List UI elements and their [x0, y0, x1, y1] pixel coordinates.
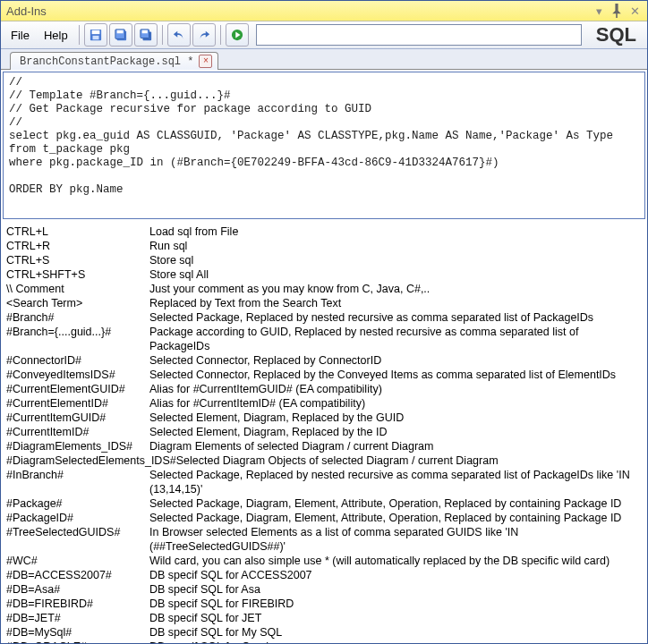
save-button[interactable] [84, 23, 107, 47]
sql-label: SQL [589, 23, 644, 47]
help-row: #CurrentItemID#Selected Element, Diagram… [6, 425, 642, 439]
help-row: #Branch#Selected Package, Replaced by ne… [6, 310, 642, 325]
help-key: CTRL+R [6, 239, 149, 253]
addins-window: Add-Ins ▾ ✕ File Help SQL [0, 0, 648, 644]
help-desc: DB specif SQL for My SQL [149, 625, 642, 640]
help-key: #DiagramElements_IDS# [6, 439, 149, 453]
search-input[interactable] [256, 24, 582, 46]
pin-icon[interactable] [610, 4, 624, 18]
svg-rect-2 [92, 36, 98, 39]
help-key: #DB=MySql# [6, 625, 149, 640]
help-row: #PackageID#Selected Package, Diagram, El… [6, 511, 642, 525]
menu-help[interactable]: Help [38, 26, 74, 45]
window-title: Add-Ins [6, 4, 47, 18]
help-desc: DB specif SQL for Asa [149, 582, 642, 597]
close-icon[interactable]: ✕ [627, 4, 642, 18]
help-key: #CurrentElementID# [6, 396, 149, 411]
help-key: #DB=ACCESS2007# [6, 568, 149, 582]
help-key: #DB=Asa# [6, 582, 149, 597]
svg-rect-1 [91, 30, 99, 34]
help-row: #Branch={....guid...}#Package according … [6, 325, 642, 353]
help-desc: DB specif SQL for JET [149, 611, 642, 625]
tab-label: BranchConstantPackage.sql * [20, 55, 193, 68]
help-row: #DB=ORACLE#DB specif SQL for Oracle [6, 640, 642, 643]
editor-tab[interactable]: BranchConstantPackage.sql * × [10, 52, 218, 70]
help-row: CTRL+SHFT+SStore sql All [6, 267, 642, 282]
help-desc: DB specif SQL for Oracle [149, 640, 642, 643]
help-key: CTRL+SHFT+S [6, 267, 149, 282]
help-key: #PackageID# [6, 511, 149, 525]
close-tab-icon[interactable]: × [199, 55, 212, 68]
help-row: <Search Term>Replaced by Text from the S… [6, 296, 642, 310]
help-key: #Branch={....guid...}# [6, 325, 149, 353]
help-row: #DB=JET#DB specif SQL for JET [6, 611, 642, 625]
help-desc: Selected Diagram Objects of selected Dia… [176, 453, 642, 468]
help-panel: CTRL+LLoad sql from FileCTRL+RRun sqlCTR… [1, 221, 647, 643]
svg-rect-5 [116, 30, 123, 34]
help-desc: Selected Package, Replaced by nested rec… [149, 310, 642, 325]
help-key: CTRL+L [6, 225, 149, 239]
help-row: #CurrentElementID#Alias for #CurrentItem… [6, 396, 642, 411]
help-desc: Wild card, you can also simple use * (wi… [149, 554, 642, 568]
help-row: #CurrentItemGUID#Selected Element, Diagr… [6, 411, 642, 425]
help-key: #Branch# [6, 310, 149, 325]
help-desc: Selected Connector, Replaced by Connecto… [149, 353, 642, 368]
help-row: #Package#Selected Package, Diagram, Elem… [6, 496, 642, 511]
help-row: #DB=FIREBIRD#DB specif SQL for FIREBIRD [6, 597, 642, 611]
help-row: #InBranch#Selected Package, Replaced by … [6, 468, 642, 496]
help-desc: Selected Connector, Replaced by the Conv… [149, 368, 642, 382]
help-key: #ConnectorID# [6, 353, 149, 368]
help-key: #CurrentItemGUID# [6, 411, 149, 425]
help-key: #TreeSelectedGUIDS# [6, 525, 149, 554]
help-key: #Package# [6, 496, 149, 511]
help-desc: Selected Element, Diagram, Replaced by t… [149, 425, 642, 439]
help-desc: Selected Package, Diagram, Element, Attr… [149, 496, 642, 511]
help-row: #DiagramElements_IDS#Diagram Elements of… [6, 439, 642, 453]
help-row: #CurrentElementGUID#Alias for #CurrentIt… [6, 382, 642, 396]
help-desc: Load sql from File [149, 225, 642, 239]
editor-content: // // Template #Branch={...guid...}# // … [9, 76, 613, 196]
help-desc: Selected Package, Diagram, Element, Attr… [149, 511, 642, 525]
help-desc: Store sql [149, 253, 642, 267]
help-desc: Replaced by Text from the Search Text [149, 296, 642, 310]
help-desc: Package according to GUID, Replaced by n… [149, 325, 642, 353]
help-key: #DiagramSelectedElements_IDS# [6, 453, 176, 468]
help-key: \\ Comment [6, 282, 149, 296]
help-row: CTRL+LLoad sql from File [6, 225, 642, 239]
help-key: #WC# [6, 554, 149, 568]
help-row: #ConnectorID#Selected Connector, Replace… [6, 353, 642, 368]
editor-tabstrip: BranchConstantPackage.sql * × [1, 49, 647, 70]
sql-editor[interactable]: // // Template #Branch={...guid...}# // … [3, 72, 645, 219]
help-row: #DB=Asa#DB specif SQL for Asa [6, 582, 642, 597]
help-desc: Alias for #CurrentItemID# (EA compatibil… [149, 396, 642, 411]
help-key: CTRL+S [6, 253, 149, 267]
toolbar: File Help SQL [1, 21, 647, 49]
help-desc: Just your comment as you may know from C… [149, 282, 642, 296]
help-key: #CurrentElementGUID# [6, 382, 149, 396]
help-row: #ConveyedItemsIDS#Selected Connector, Re… [6, 368, 642, 382]
help-row: #DB=ACCESS2007#DB specif SQL for ACCESS2… [6, 568, 642, 582]
help-key: #CurrentItemID# [6, 425, 149, 439]
help-key: #InBranch# [6, 468, 149, 496]
help-desc: In Browser selected Elements as a list o… [149, 525, 642, 554]
help-key: <Search Term> [6, 296, 149, 310]
undo-button[interactable] [167, 23, 191, 47]
help-row: CTRL+RRun sql [6, 239, 642, 253]
help-key: #DB=ORACLE# [6, 640, 149, 643]
help-row: #DB=MySql#DB specif SQL for My SQL [6, 625, 642, 640]
help-desc: Alias for #CurrentItemGUID# (EA compatib… [149, 382, 642, 396]
help-desc: Store sql All [149, 267, 642, 282]
menu-file[interactable]: File [4, 26, 36, 45]
help-desc: Run sql [149, 239, 642, 253]
help-row: #WC#Wild card, you can also simple use *… [6, 554, 642, 568]
redo-button[interactable] [192, 23, 216, 47]
help-key: #DB=JET# [6, 611, 149, 625]
save-multi-button[interactable] [109, 23, 132, 47]
help-desc: DB specif SQL for FIREBIRD [149, 597, 642, 611]
dropdown-icon[interactable]: ▾ [592, 4, 606, 18]
run-button[interactable] [226, 23, 249, 47]
help-row: #TreeSelectedGUIDS#In Browser selected E… [6, 525, 642, 554]
title-bar: Add-Ins ▾ ✕ [1, 1, 647, 21]
help-desc: Selected Package, Replaced by nested rec… [149, 468, 642, 496]
save-all-button[interactable] [134, 23, 158, 47]
